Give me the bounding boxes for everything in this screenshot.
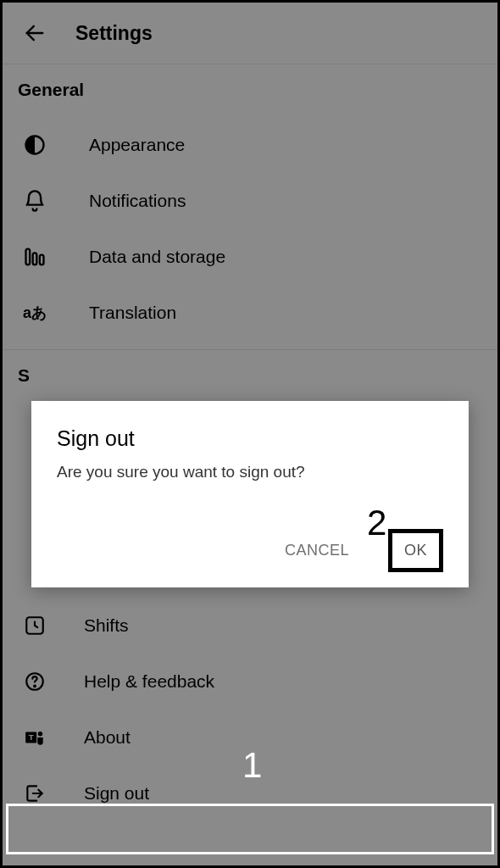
dialog-title: Sign out [57,426,443,451]
dialog-message: Are you sure you want to sign out? [57,463,443,481]
sign-out-dialog: Sign out Are you sure you want to sign o… [31,401,469,587]
app-frame: Settings General Appearance Notification… [3,3,497,865]
ok-button[interactable]: OK [388,529,443,572]
dialog-actions: CANCEL OK [57,529,443,572]
cancel-button[interactable]: CANCEL [276,531,358,570]
